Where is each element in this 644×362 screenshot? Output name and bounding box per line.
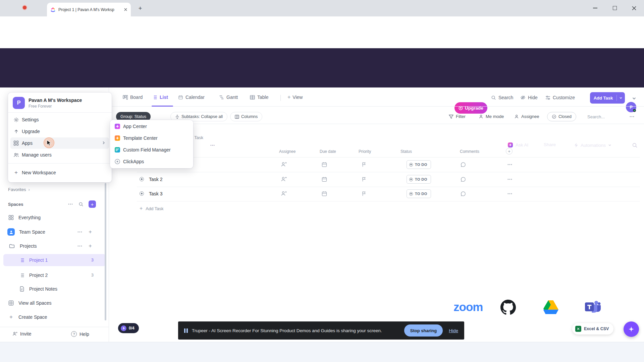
team-space-add-icon[interactable]: + xyxy=(89,229,92,235)
clip-video-icon[interactable] xyxy=(565,105,572,110)
task-name[interactable]: Task 2 xyxy=(149,177,162,182)
add-task-dropdown-icon[interactable] xyxy=(617,96,625,100)
window-close-button[interactable] xyxy=(632,6,636,10)
add-column-button[interactable]: + xyxy=(506,148,513,155)
topbar-search-icon[interactable] xyxy=(632,142,638,148)
hide-button[interactable]: Hide xyxy=(520,95,538,100)
sidebar-item-everything[interactable]: Everything xyxy=(0,211,109,224)
menu-item-new-workspace[interactable]: + New Workspace xyxy=(10,167,109,178)
status-badge[interactable]: TO DO xyxy=(407,175,431,184)
column-header-assignee[interactable]: Assignee xyxy=(279,149,296,154)
notifications-bell-icon[interactable] xyxy=(580,104,586,110)
me-mode-button[interactable]: Me mode xyxy=(479,114,504,119)
due-date-icon[interactable] xyxy=(321,191,327,197)
workspace-menu-header[interactable]: P Pavan A M's Workspace Free Forever xyxy=(13,97,82,109)
upgrade-button[interactable]: Upgrade xyxy=(454,102,487,114)
sidebar-item-project-notes[interactable]: Project Notes xyxy=(0,282,109,296)
task-name[interactable]: Task 3 xyxy=(149,191,162,196)
menu-item-manage-users[interactable]: Manage users xyxy=(10,149,109,161)
tab-close-icon[interactable] xyxy=(124,8,127,11)
projects-more-icon[interactable] xyxy=(77,243,83,249)
assistant-fab[interactable] xyxy=(624,321,639,337)
closed-toggle[interactable]: Closed xyxy=(547,112,576,121)
notepad-icon[interactable] xyxy=(549,104,555,110)
share-button[interactable]: Share xyxy=(544,142,556,147)
customize-button[interactable]: Customize xyxy=(545,95,575,100)
submenu-item-clickapps[interactable]: ClickApps xyxy=(112,156,192,167)
row-more-icon[interactable] xyxy=(507,177,513,182)
recording-indicator-icon[interactable] xyxy=(22,5,27,10)
task-progress-pill[interactable]: 0/4 xyxy=(118,323,139,333)
projects-add-icon[interactable]: + xyxy=(89,243,92,249)
task-status-circle-icon[interactable] xyxy=(140,191,144,196)
sidebar-scrollbar[interactable] xyxy=(105,183,106,320)
global-search-input[interactable]: Search... xyxy=(247,102,378,115)
submenu-item-template-center[interactable]: Template Center xyxy=(112,132,192,144)
row-more-icon[interactable] xyxy=(507,191,513,196)
comment-icon[interactable] xyxy=(460,176,466,182)
tab-list[interactable]: List xyxy=(152,95,168,100)
add-space-button[interactable]: + xyxy=(89,200,96,208)
tab-gantt[interactable]: Gantt xyxy=(219,95,238,100)
column-header-status[interactable]: Status xyxy=(400,149,412,154)
sidebar-item-team-space[interactable]: Team Space + xyxy=(0,225,109,239)
menu-item-settings[interactable]: Settings xyxy=(10,114,109,125)
menu-item-upgrade[interactable]: Upgrade xyxy=(10,126,109,137)
ask-ai-button[interactable]: Ask AI xyxy=(507,142,528,148)
tab-table[interactable]: Table xyxy=(250,95,268,100)
add-view-button[interactable]: + View xyxy=(287,95,303,100)
column-header-due-date[interactable]: Due date xyxy=(320,149,336,154)
toolbar-search-input[interactable]: Search... xyxy=(587,114,605,119)
hide-banner-link[interactable]: Hide xyxy=(449,328,458,333)
status-badge[interactable]: TO DO xyxy=(407,189,431,198)
window-maximize-button[interactable] xyxy=(613,6,617,10)
sidebar-item-projects-folder[interactable]: Projects + xyxy=(0,239,109,253)
assignee-add-icon[interactable] xyxy=(280,190,287,197)
row-more-icon[interactable] xyxy=(507,162,513,167)
filter-button[interactable]: Filter xyxy=(449,114,466,119)
due-date-icon[interactable] xyxy=(321,162,327,168)
breadcrumb-more-icon[interactable] xyxy=(210,143,215,148)
new-button[interactable]: + New xyxy=(498,104,513,110)
browser-tab[interactable]: Project 1 | Pavan A M's Worksp xyxy=(47,3,131,16)
app-grid-icon[interactable] xyxy=(595,104,601,110)
stop-sharing-button[interactable]: Stop sharing xyxy=(404,324,443,337)
favorites-section[interactable]: Favorites › xyxy=(0,185,109,194)
comment-icon[interactable] xyxy=(460,191,466,197)
my-tasks-check-icon[interactable] xyxy=(533,104,539,110)
menu-item-apps[interactable]: Apps xyxy=(10,137,109,149)
add-task-row-button[interactable]: + Add Task xyxy=(140,206,164,211)
task-status-circle-icon[interactable] xyxy=(140,177,144,181)
toolbar-more-icon[interactable] xyxy=(629,114,635,119)
sidebar-item-view-all-spaces[interactable]: View all Spaces xyxy=(0,296,109,310)
priority-flag-icon[interactable] xyxy=(361,176,367,182)
priority-flag-icon[interactable] xyxy=(361,162,367,167)
spaces-more-icon[interactable] xyxy=(68,201,73,207)
submenu-item-app-center[interactable]: App Center xyxy=(112,121,192,132)
new-tab-button[interactable]: + xyxy=(136,4,145,13)
assignee-add-icon[interactable] xyxy=(280,176,287,182)
assignee-filter-button[interactable]: Assignee xyxy=(514,114,539,119)
column-header-priority[interactable]: Priority xyxy=(359,149,371,154)
window-minimize-button[interactable] xyxy=(593,8,597,8)
columns-button[interactable]: Columns xyxy=(230,112,262,121)
assignee-add-icon[interactable] xyxy=(280,161,287,168)
ai-button[interactable]: AI xyxy=(386,104,398,110)
add-task-button[interactable]: Add Task xyxy=(590,92,625,104)
sidebar-item-project2[interactable]: Project 2 3 xyxy=(0,268,109,282)
priority-flag-icon[interactable] xyxy=(361,191,367,196)
sidebar-item-project1[interactable]: Project 1 3 xyxy=(3,254,106,266)
user-avatar[interactable]: P xyxy=(626,102,636,112)
spaces-search-icon[interactable] xyxy=(78,202,84,207)
view-search-button[interactable]: Search xyxy=(491,95,513,100)
tab-calendar[interactable]: Calendar xyxy=(178,95,205,100)
status-badge[interactable]: TO DO xyxy=(407,160,431,169)
submenu-item-custom-field-manager[interactable]: Custom Field Manager xyxy=(112,144,192,156)
help-button[interactable]: ? Help xyxy=(71,331,89,337)
column-header-comments[interactable]: Comments xyxy=(460,149,479,154)
collapse-header-chevron-icon[interactable] xyxy=(632,96,636,101)
team-space-more-icon[interactable] xyxy=(77,229,83,235)
automations-button[interactable]: Automations xyxy=(570,140,615,150)
invite-button[interactable]: Invite xyxy=(12,331,31,337)
tab-board[interactable]: Board xyxy=(123,95,143,100)
